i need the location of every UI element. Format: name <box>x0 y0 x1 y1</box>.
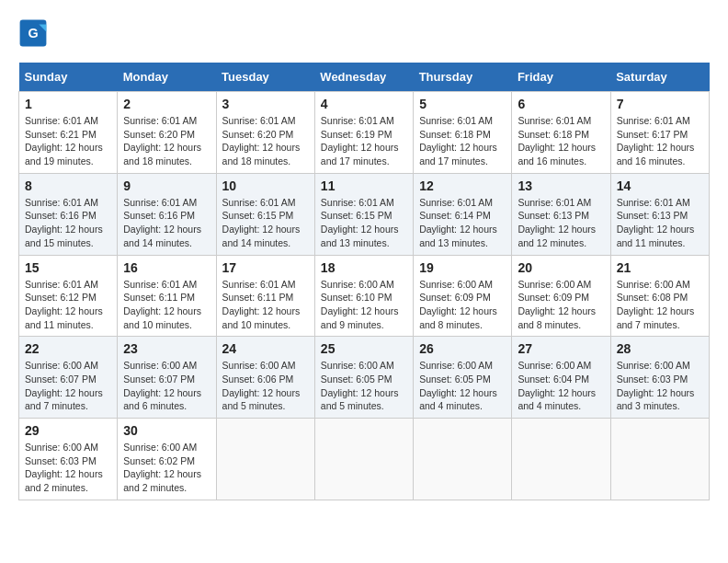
logo-icon: G <box>18 18 48 48</box>
day-info: Sunrise: 6:01 AM Sunset: 6:18 PM Dayligh… <box>419 114 506 168</box>
day-number: 11 <box>321 178 407 193</box>
calendar-week-2: 8Sunrise: 6:01 AM Sunset: 6:16 PM Daylig… <box>19 173 710 255</box>
day-info: Sunrise: 6:01 AM Sunset: 6:13 PM Dayligh… <box>518 196 604 250</box>
day-info: Sunrise: 6:00 AM Sunset: 6:03 PM Dayligh… <box>617 359 703 413</box>
calendar-cell: 16Sunrise: 6:01 AM Sunset: 6:11 PM Dayli… <box>118 255 216 337</box>
day-info: Sunrise: 6:00 AM Sunset: 6:02 PM Dayligh… <box>123 441 210 495</box>
svg-text:G: G <box>28 26 38 40</box>
day-info: Sunrise: 6:01 AM Sunset: 6:17 PM Dayligh… <box>617 114 703 168</box>
calendar-cell: 13Sunrise: 6:01 AM Sunset: 6:13 PM Dayli… <box>512 173 610 255</box>
calendar-cell <box>610 419 709 500</box>
day-info: Sunrise: 6:01 AM Sunset: 6:11 PM Dayligh… <box>222 278 309 332</box>
calendar-cell: 23Sunrise: 6:00 AM Sunset: 6:07 PM Dayli… <box>118 337 216 419</box>
day-number: 26 <box>419 341 506 356</box>
calendar-cell: 24Sunrise: 6:00 AM Sunset: 6:06 PM Dayli… <box>216 337 314 419</box>
day-info: Sunrise: 6:01 AM Sunset: 6:20 PM Dayligh… <box>222 114 309 168</box>
day-number: 7 <box>617 97 703 111</box>
day-number: 14 <box>617 178 703 193</box>
day-number: 9 <box>123 178 210 193</box>
calendar-cell: 12Sunrise: 6:01 AM Sunset: 6:14 PM Dayli… <box>414 173 512 255</box>
logo: G <box>18 18 53 48</box>
day-header-friday: Friday <box>512 63 610 92</box>
day-number: 19 <box>419 260 506 275</box>
calendar-cell: 26Sunrise: 6:00 AM Sunset: 6:05 PM Dayli… <box>414 337 512 419</box>
day-info: Sunrise: 6:01 AM Sunset: 6:14 PM Dayligh… <box>419 196 506 250</box>
calendar-cell: 5Sunrise: 6:01 AM Sunset: 6:18 PM Daylig… <box>414 92 512 174</box>
day-number: 15 <box>25 260 111 275</box>
calendar-cell: 3Sunrise: 6:01 AM Sunset: 6:20 PM Daylig… <box>216 92 314 174</box>
calendar-table: SundayMondayTuesdayWednesdayThursdayFrid… <box>18 63 710 500</box>
calendar-cell: 6Sunrise: 6:01 AM Sunset: 6:18 PM Daylig… <box>512 92 610 174</box>
calendar-cell: 19Sunrise: 6:00 AM Sunset: 6:09 PM Dayli… <box>414 255 512 337</box>
day-info: Sunrise: 6:01 AM Sunset: 6:19 PM Dayligh… <box>321 114 407 168</box>
day-number: 25 <box>321 341 407 356</box>
day-number: 13 <box>518 178 604 193</box>
day-number: 24 <box>222 341 309 356</box>
calendar-cell: 17Sunrise: 6:01 AM Sunset: 6:11 PM Dayli… <box>216 255 314 337</box>
day-info: Sunrise: 6:00 AM Sunset: 6:08 PM Dayligh… <box>617 278 703 332</box>
calendar-cell: 10Sunrise: 6:01 AM Sunset: 6:15 PM Dayli… <box>216 173 314 255</box>
day-header-sunday: Sunday <box>19 63 118 92</box>
day-info: Sunrise: 6:00 AM Sunset: 6:06 PM Dayligh… <box>222 359 309 413</box>
day-info: Sunrise: 6:00 AM Sunset: 6:10 PM Dayligh… <box>321 278 407 332</box>
calendar-week-5: 29Sunrise: 6:00 AM Sunset: 6:03 PM Dayli… <box>19 419 710 500</box>
day-info: Sunrise: 6:01 AM Sunset: 6:15 PM Dayligh… <box>321 196 407 250</box>
calendar-cell: 18Sunrise: 6:00 AM Sunset: 6:10 PM Dayli… <box>314 255 413 337</box>
day-number: 23 <box>123 341 210 356</box>
calendar-cell: 9Sunrise: 6:01 AM Sunset: 6:16 PM Daylig… <box>118 173 216 255</box>
calendar-cell: 15Sunrise: 6:01 AM Sunset: 6:12 PM Dayli… <box>19 255 118 337</box>
calendar-week-1: 1Sunrise: 6:01 AM Sunset: 6:21 PM Daylig… <box>19 92 710 174</box>
calendar-cell: 1Sunrise: 6:01 AM Sunset: 6:21 PM Daylig… <box>19 92 118 174</box>
calendar-cell: 28Sunrise: 6:00 AM Sunset: 6:03 PM Dayli… <box>610 337 709 419</box>
day-number: 6 <box>518 97 604 111</box>
day-number: 4 <box>321 97 407 111</box>
calendar-cell <box>314 419 413 500</box>
calendar-cell: 30Sunrise: 6:00 AM Sunset: 6:02 PM Dayli… <box>118 419 216 500</box>
day-info: Sunrise: 6:01 AM Sunset: 6:21 PM Dayligh… <box>25 114 111 168</box>
day-header-monday: Monday <box>118 63 216 92</box>
day-number: 8 <box>25 178 111 193</box>
day-info: Sunrise: 6:01 AM Sunset: 6:15 PM Dayligh… <box>222 196 309 250</box>
calendar-cell: 14Sunrise: 6:01 AM Sunset: 6:13 PM Dayli… <box>610 173 709 255</box>
calendar-week-3: 15Sunrise: 6:01 AM Sunset: 6:12 PM Dayli… <box>19 255 710 337</box>
day-info: Sunrise: 6:01 AM Sunset: 6:20 PM Dayligh… <box>123 114 210 168</box>
day-number: 1 <box>25 97 111 111</box>
calendar-week-4: 22Sunrise: 6:00 AM Sunset: 6:07 PM Dayli… <box>19 337 710 419</box>
day-header-tuesday: Tuesday <box>216 63 314 92</box>
calendar-cell: 27Sunrise: 6:00 AM Sunset: 6:04 PM Dayli… <box>512 337 610 419</box>
day-number: 21 <box>617 260 703 275</box>
day-info: Sunrise: 6:00 AM Sunset: 6:07 PM Dayligh… <box>25 359 111 413</box>
day-info: Sunrise: 6:00 AM Sunset: 6:04 PM Dayligh… <box>518 359 604 413</box>
day-info: Sunrise: 6:01 AM Sunset: 6:18 PM Dayligh… <box>518 114 604 168</box>
day-number: 10 <box>222 178 309 193</box>
calendar-cell: 2Sunrise: 6:01 AM Sunset: 6:20 PM Daylig… <box>118 92 216 174</box>
day-number: 2 <box>123 97 210 111</box>
day-number: 22 <box>25 341 111 356</box>
day-info: Sunrise: 6:01 AM Sunset: 6:12 PM Dayligh… <box>25 278 111 332</box>
day-number: 12 <box>419 178 506 193</box>
day-number: 27 <box>518 341 604 356</box>
calendar-cell: 20Sunrise: 6:00 AM Sunset: 6:09 PM Dayli… <box>512 255 610 337</box>
day-info: Sunrise: 6:01 AM Sunset: 6:11 PM Dayligh… <box>123 278 210 332</box>
calendar-cell: 8Sunrise: 6:01 AM Sunset: 6:16 PM Daylig… <box>19 173 118 255</box>
day-header-wednesday: Wednesday <box>314 63 413 92</box>
calendar-cell: 25Sunrise: 6:00 AM Sunset: 6:05 PM Dayli… <box>314 337 413 419</box>
day-number: 3 <box>222 97 309 111</box>
day-header-saturday: Saturday <box>610 63 709 92</box>
day-info: Sunrise: 6:01 AM Sunset: 6:16 PM Dayligh… <box>25 196 111 250</box>
day-info: Sunrise: 6:00 AM Sunset: 6:03 PM Dayligh… <box>25 441 111 495</box>
day-number: 17 <box>222 260 309 275</box>
calendar-cell: 21Sunrise: 6:00 AM Sunset: 6:08 PM Dayli… <box>610 255 709 337</box>
calendar-cell: 22Sunrise: 6:00 AM Sunset: 6:07 PM Dayli… <box>19 337 118 419</box>
day-number: 28 <box>617 341 703 356</box>
day-info: Sunrise: 6:00 AM Sunset: 6:05 PM Dayligh… <box>321 359 407 413</box>
day-info: Sunrise: 6:01 AM Sunset: 6:16 PM Dayligh… <box>123 196 210 250</box>
calendar-cell: 4Sunrise: 6:01 AM Sunset: 6:19 PM Daylig… <box>314 92 413 174</box>
calendar-cell <box>216 419 314 500</box>
day-info: Sunrise: 6:00 AM Sunset: 6:09 PM Dayligh… <box>518 278 604 332</box>
calendar-cell: 11Sunrise: 6:01 AM Sunset: 6:15 PM Dayli… <box>314 173 413 255</box>
day-info: Sunrise: 6:00 AM Sunset: 6:05 PM Dayligh… <box>419 359 506 413</box>
calendar-cell <box>414 419 512 500</box>
day-info: Sunrise: 6:01 AM Sunset: 6:13 PM Dayligh… <box>617 196 703 250</box>
day-number: 18 <box>321 260 407 275</box>
